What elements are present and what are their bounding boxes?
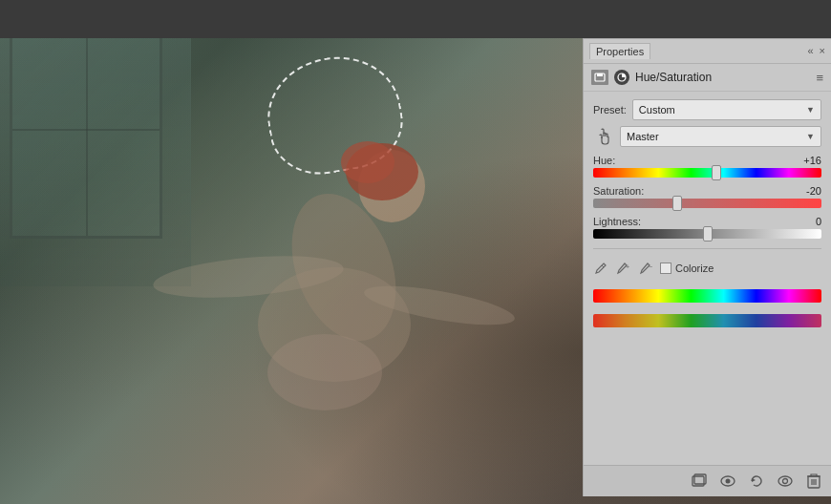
panel-header: Hue/Saturation ≡ xyxy=(584,64,831,92)
panel-title: Hue/Saturation xyxy=(635,71,712,84)
visibility-icon[interactable] xyxy=(718,472,737,491)
preset-value: Custom xyxy=(639,104,675,116)
hue-label: Hue: xyxy=(593,155,615,166)
saturation-label-row: Saturation: -20 xyxy=(593,185,821,197)
minimize-icon[interactable]: « xyxy=(807,46,813,56)
clip-to-layer-icon[interactable] xyxy=(690,472,709,491)
result-spectrum-bar xyxy=(593,314,821,327)
lightness-slider-track[interactable] xyxy=(593,229,821,239)
panel-content: Preset: Custom ▼ Master ▼ xyxy=(584,92,831,465)
preset-label: Preset: xyxy=(593,104,627,116)
fairy-figure xyxy=(76,48,554,410)
saturation-thumb[interactable] xyxy=(672,196,682,211)
channel-row: Master ▼ xyxy=(593,126,821,147)
colorize-label: Colorize xyxy=(675,262,714,274)
lightness-slider-container: Lightness: 0 xyxy=(593,216,821,239)
svg-text:+: + xyxy=(626,263,629,270)
svg-marker-18 xyxy=(752,478,756,482)
panel-tab[interactable]: Properties xyxy=(589,43,650,59)
hue-value: +16 xyxy=(793,155,821,166)
channel-dropdown[interactable]: Master ▼ xyxy=(620,126,821,147)
reset-icon[interactable] xyxy=(747,472,766,491)
layer-type-icon xyxy=(614,70,629,85)
eyedropper-add-icon[interactable]: + xyxy=(616,261,631,276)
titlebar-icons: « × xyxy=(807,46,825,56)
hue-thumb[interactable] xyxy=(712,165,721,180)
preset-dropdown[interactable]: Custom ▼ xyxy=(632,99,821,120)
preset-arrow-icon: ▼ xyxy=(806,105,815,115)
panel-toolbar xyxy=(584,465,831,496)
delete-layer-icon[interactable] xyxy=(804,472,823,491)
top-bar xyxy=(0,0,831,38)
close-icon[interactable]: × xyxy=(820,46,825,56)
target-adjust-icon[interactable] xyxy=(593,126,614,147)
saturation-slider-track[interactable] xyxy=(593,199,821,208)
eyedropper-subtract-icon[interactable]: − xyxy=(639,261,654,276)
svg-point-19 xyxy=(778,476,792,486)
hue-spectrum-bar xyxy=(593,289,821,303)
eyedroppers-row: + − xyxy=(593,259,654,278)
svg-point-7 xyxy=(267,334,382,410)
colorize-checkbox[interactable] xyxy=(660,262,671,274)
saturation-value: -20 xyxy=(793,185,821,197)
preset-row: Preset: Custom ▼ xyxy=(593,99,821,120)
channel-value: Master xyxy=(627,131,659,142)
panel-menu-icon[interactable]: ≡ xyxy=(816,71,823,85)
eyedroppers-colorize-row: + − Colorize xyxy=(593,259,821,278)
svg-point-20 xyxy=(783,479,788,484)
panel-tab-label: Properties xyxy=(596,46,644,57)
svg-text:−: − xyxy=(649,263,652,270)
saturation-label: Saturation: xyxy=(593,185,644,197)
colorize-row: Colorize xyxy=(660,262,714,274)
properties-panel: Properties « × Hue/Saturation ≡ Preset: xyxy=(583,38,831,496)
eyedropper-icon[interactable] xyxy=(593,261,608,276)
lightness-thumb[interactable] xyxy=(703,226,713,242)
svg-point-17 xyxy=(726,479,731,484)
svg-point-3 xyxy=(341,141,394,183)
svg-line-11 xyxy=(602,265,604,267)
view-previous-icon[interactable] xyxy=(776,472,795,491)
svg-rect-9 xyxy=(597,74,603,76)
hue-label-row: Hue: +16 xyxy=(593,155,821,166)
divider-1 xyxy=(593,248,821,249)
save-layer-icon xyxy=(591,70,608,85)
lightness-label: Lightness: xyxy=(593,216,641,227)
hue-slider-track[interactable] xyxy=(593,168,821,178)
panel-titlebar: Properties « × xyxy=(584,39,831,64)
saturation-slider-container: Saturation: -20 xyxy=(593,185,821,208)
lightness-value: 0 xyxy=(793,216,821,227)
channel-arrow-icon: ▼ xyxy=(806,132,815,141)
hue-slider-container: Hue: +16 xyxy=(593,155,821,178)
